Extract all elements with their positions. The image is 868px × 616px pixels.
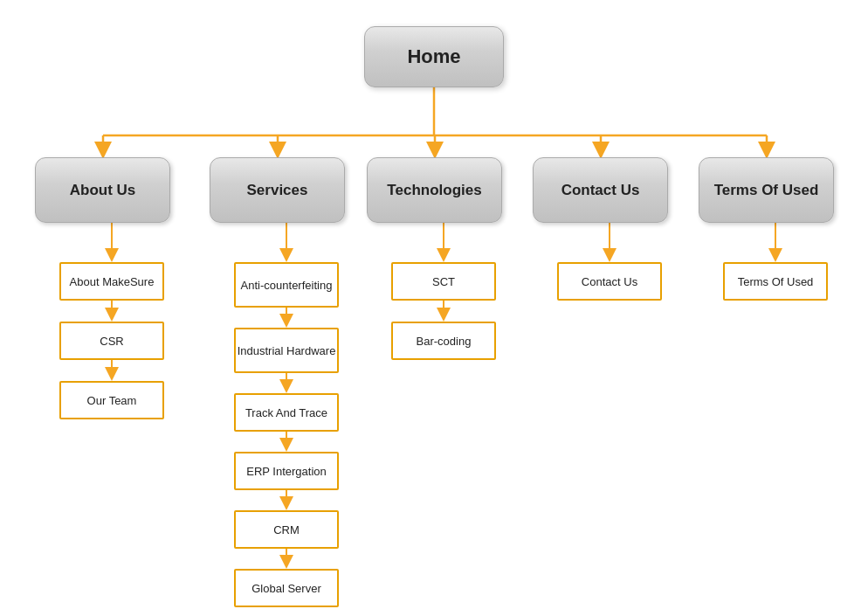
l2-node-csr[interactable]: CSR (59, 322, 164, 360)
l2-track-label: Track And Trace (245, 406, 327, 419)
l1-node-terms[interactable]: Terms Of Used (699, 157, 834, 223)
l2-contactus-label: Contact Us (582, 275, 637, 288)
l2-node-barcoding[interactable]: Bar-coding (391, 322, 496, 360)
connector-layer (0, 0, 868, 616)
l2-node-aboutmake[interactable]: About MakeSure (59, 262, 164, 301)
l2-node-ourteam[interactable]: Our Team (59, 381, 164, 419)
l2-crm-label: CRM (273, 523, 300, 536)
l2-node-erp[interactable]: ERP Intergation (234, 452, 339, 490)
l1-about-label: About Us (70, 182, 136, 199)
l1-contact-label: Contact Us (561, 182, 640, 199)
l2-node-indhw[interactable]: Industrial Hardware (234, 328, 339, 373)
l2-node-anti[interactable]: Anti-counterfeiting (234, 262, 339, 308)
l2-csr-label: CSR (100, 335, 123, 348)
l2-node-global[interactable]: Global Server (234, 569, 339, 607)
l2-aboutmake-label: About MakeSure (70, 275, 155, 288)
l2-global-label: Global Server (251, 582, 320, 595)
l2-node-termsused[interactable]: Terms Of Used (723, 262, 828, 301)
l2-sct-label: SCT (432, 275, 455, 288)
l1-tech-label: Technologies (387, 182, 481, 199)
l2-ourteam-label: Our Team (87, 394, 137, 407)
l2-barcoding-label: Bar-coding (417, 335, 472, 348)
l2-node-sct[interactable]: SCT (391, 262, 496, 301)
l1-node-tech[interactable]: Technologies (367, 157, 502, 223)
l2-erp-label: ERP Intergation (246, 465, 327, 478)
l1-node-contact[interactable]: Contact Us (533, 157, 668, 223)
l1-terms-label: Terms Of Used (714, 182, 819, 199)
l1-services-label: Services (247, 182, 308, 199)
l2-node-crm[interactable]: CRM (234, 510, 339, 549)
l2-indhw-label: Industrial Hardware (238, 344, 336, 357)
l2-anti-label: Anti-counterfeiting (241, 279, 333, 292)
chart-container: Home About Us Services Technologies Cont… (0, 0, 868, 616)
l2-node-contactus[interactable]: Contact Us (557, 262, 662, 301)
l2-termsused-label: Terms Of Used (738, 275, 814, 288)
l1-node-services[interactable]: Services (210, 157, 345, 223)
root-label: Home (407, 45, 460, 68)
root-node[interactable]: Home (364, 26, 504, 87)
l2-node-track[interactable]: Track And Trace (234, 393, 339, 432)
l1-node-about[interactable]: About Us (35, 157, 170, 223)
